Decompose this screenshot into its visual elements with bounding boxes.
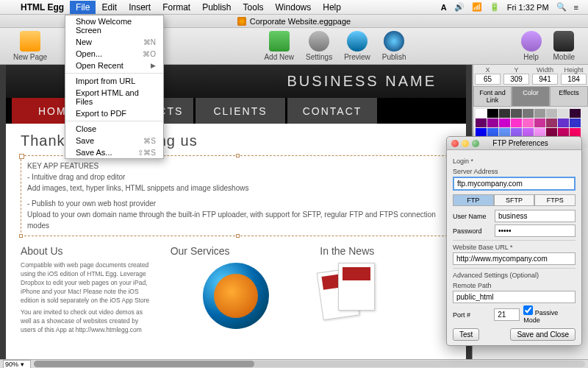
- battery-icon[interactable]: 🔋: [486, 2, 503, 12]
- color-swatch[interactable]: [523, 118, 534, 127]
- windows-menu[interactable]: Windows: [270, 1, 318, 14]
- color-swatch[interactable]: [546, 128, 557, 137]
- color-swatch[interactable]: [499, 128, 510, 137]
- menu-welcome[interactable]: Show Welcome Screen: [65, 15, 163, 36]
- newpage-button[interactable]: New Page: [7, 31, 53, 61]
- nav-contact[interactable]: CONTACT: [287, 98, 377, 124]
- color-swatch[interactable]: [499, 118, 510, 127]
- mobile-button[interactable]: Mobile: [548, 31, 581, 61]
- menu-open[interactable]: Open...⌘O: [65, 48, 163, 60]
- publish-menu[interactable]: Publish: [196, 1, 237, 14]
- news-column[interactable]: In the News: [320, 245, 451, 335]
- color-swatch[interactable]: [570, 109, 581, 118]
- color-swatch[interactable]: [487, 109, 498, 118]
- file-dropdown: Show Welcome Screen New⌘N Open...⌘O Open…: [65, 15, 164, 159]
- color-swatch[interactable]: [499, 109, 510, 118]
- color-swatch[interactable]: [511, 118, 522, 127]
- server-input[interactable]: [453, 177, 576, 191]
- file-menu[interactable]: File: [70, 1, 96, 14]
- close-icon[interactable]: [451, 140, 459, 147]
- news-image[interactable]: [320, 263, 386, 322]
- color-swatch[interactable]: [546, 118, 557, 127]
- color-swatch[interactable]: [511, 128, 522, 137]
- help-menu[interactable]: Help: [317, 1, 347, 14]
- tab-font[interactable]: Font and Link: [473, 86, 512, 107]
- save-close-button[interactable]: Save and Close: [510, 328, 576, 341]
- color-swatch[interactable]: [558, 109, 569, 118]
- selected-textbox[interactable]: KEY APP FEATURES - Intuitive drag and dr…: [21, 155, 451, 236]
- color-swatch[interactable]: [534, 109, 545, 118]
- menu-open-recent[interactable]: Open Recent▶: [65, 60, 163, 71]
- addnew-button[interactable]: Add New: [258, 31, 300, 61]
- color-swatch[interactable]: [476, 128, 487, 137]
- password-input[interactable]: [495, 224, 576, 237]
- ftp-dialog: FTP Preferences Login * Server Address F…: [446, 136, 582, 346]
- format-menu[interactable]: Format: [157, 1, 196, 14]
- insert-menu[interactable]: Insert: [123, 1, 157, 14]
- menu-export-pdf[interactable]: Export to PDF: [65, 107, 163, 119]
- clock[interactable]: Fri 1:32 PM: [503, 3, 553, 12]
- menu-save[interactable]: Save⌘S: [65, 135, 163, 146]
- port-input[interactable]: [494, 308, 520, 321]
- color-swatch[interactable]: [570, 128, 581, 137]
- zoom-icon[interactable]: [472, 140, 479, 147]
- color-swatch[interactable]: [487, 128, 498, 137]
- color-swatch[interactable]: [534, 118, 545, 127]
- height-input[interactable]: [561, 74, 587, 85]
- menu-saveas[interactable]: Save As...⇧⌘S: [65, 146, 163, 158]
- protocol-segment: FTP SFTP FTPS: [453, 194, 576, 206]
- proto-ftp[interactable]: FTP: [453, 194, 494, 206]
- menu-close[interactable]: Close: [65, 123, 163, 135]
- color-swatch[interactable]: [523, 109, 534, 118]
- status-bar: 90% ▾: [0, 359, 588, 368]
- remotepath-input[interactable]: [453, 291, 576, 303]
- x-input[interactable]: [475, 74, 501, 85]
- help-button[interactable]: Help: [515, 31, 548, 61]
- publish-button[interactable]: Publish: [376, 31, 412, 61]
- color-swatch[interactable]: [558, 128, 569, 137]
- color-swatch[interactable]: [476, 118, 487, 127]
- color-swatch[interactable]: [487, 118, 498, 127]
- volume-icon[interactable]: 🔊: [451, 2, 468, 12]
- tab-effects[interactable]: Effects: [550, 86, 588, 107]
- passive-checkbox[interactable]: [523, 305, 533, 315]
- settings-button[interactable]: Settings: [300, 31, 338, 61]
- spotlight-icon[interactable]: 🔍: [553, 2, 570, 12]
- test-button[interactable]: Test: [453, 328, 479, 341]
- page-content[interactable]: Thank you for visiting us KEY APP FEATUR…: [6, 124, 466, 359]
- color-swatch[interactable]: [570, 118, 581, 127]
- color-swatch[interactable]: [546, 109, 557, 118]
- proto-ftps[interactable]: FTPS: [534, 194, 576, 206]
- services-column[interactable]: Our Services: [171, 245, 302, 335]
- adobe-icon[interactable]: A: [437, 3, 451, 12]
- tools-menu[interactable]: Tools: [237, 1, 270, 14]
- menubar: HTML Egg File Edit Insert Format Publish…: [0, 0, 588, 15]
- sphere-image[interactable]: [203, 263, 269, 329]
- menu-import-url[interactable]: Import from URL: [65, 75, 163, 87]
- color-swatch[interactable]: [476, 109, 487, 118]
- color-swatch[interactable]: [534, 128, 545, 137]
- color-swatch[interactable]: [511, 109, 522, 118]
- y-input[interactable]: [503, 74, 529, 85]
- h-scrollbar[interactable]: [34, 361, 585, 367]
- zoom-select[interactable]: 90% ▾: [3, 360, 31, 369]
- username-input[interactable]: [495, 210, 576, 222]
- preview-button[interactable]: Preview: [338, 31, 376, 61]
- menu-export-html[interactable]: Export HTML and Files: [65, 87, 163, 107]
- color-swatch[interactable]: [523, 128, 534, 137]
- ftp-titlebar[interactable]: FTP Preferences: [447, 137, 581, 150]
- minimize-icon[interactable]: [462, 140, 469, 147]
- app-menu[interactable]: HTML Egg: [15, 1, 70, 14]
- notifications-icon[interactable]: ≡: [570, 3, 582, 12]
- width-input[interactable]: [532, 74, 558, 85]
- wifi-icon[interactable]: 📶: [468, 2, 486, 12]
- baseurl-input[interactable]: [453, 252, 576, 265]
- edit-menu[interactable]: Edit: [96, 1, 123, 14]
- menu-new[interactable]: New⌘N: [65, 36, 163, 48]
- proto-sftp[interactable]: SFTP: [494, 194, 535, 206]
- color-swatch[interactable]: [558, 118, 569, 127]
- nav-clients[interactable]: CLIENTS: [196, 98, 285, 124]
- about-column[interactable]: About Us Compatible with web page docume…: [21, 245, 152, 335]
- doc-title: Corporate Website.eggpage: [250, 17, 351, 26]
- tab-color[interactable]: Color: [512, 86, 550, 107]
